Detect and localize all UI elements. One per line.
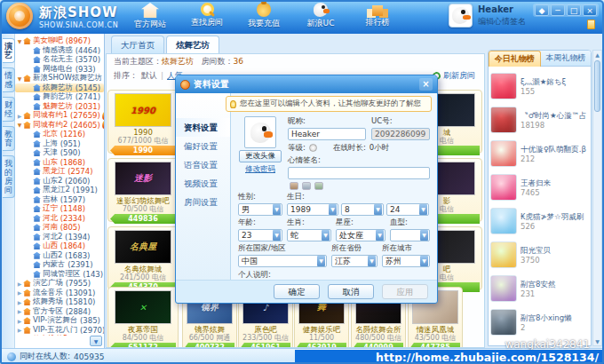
room-card[interactable]: 迷影迷影幻萌炫舞吧70/500 电信449836 (107, 158, 179, 222)
dialog-nav-item-5[interactable]: 房间设置 (176, 193, 230, 211)
scrollbar-thumb[interactable] (594, 60, 600, 112)
room-name: 原色吧 (241, 325, 290, 334)
province-select[interactable]: 江苏▼ (331, 255, 378, 267)
room-category-icon (33, 149, 41, 156)
tree-item[interactable]: 名花无主 (3570) (15, 55, 104, 65)
tree-item[interactable]: ▶炫舞秀场 (15810) (15, 297, 104, 307)
zodiac-select[interactable]: 蛇▼ (287, 229, 331, 241)
tree-item[interactable]: ▶官方专区 (2884) (15, 307, 104, 317)
tree-item[interactable]: 网络电台 (933) (15, 65, 104, 75)
note-icon[interactable] (587, 20, 595, 29)
birth-day-select[interactable]: 24▼ (386, 203, 429, 216)
change-avatar-button[interactable]: 更改头像 (239, 150, 282, 162)
birth-month-select[interactable]: 8▼ (341, 203, 384, 216)
ok-button[interactable]: 确定 (274, 284, 320, 299)
category-tab-2[interactable]: 情感 (3, 67, 15, 92)
tree-item[interactable]: 辽宁 (1148) (15, 204, 104, 214)
tab-dance-studio[interactable]: 炫舞艺坊 (166, 36, 219, 53)
room-count-label: 房间数： (202, 57, 234, 66)
age-select[interactable]: 23▼ (238, 229, 282, 241)
gift-info: 副宫8小xing懒2 (521, 313, 589, 332)
restore-button[interactable]: □ (567, 4, 581, 16)
tree-item[interactable]: 吉林 (1597) (15, 195, 104, 205)
tree-item[interactable]: 河南 (805) (15, 223, 104, 233)
tree-item[interactable]: 情感诱惑 (4464) (15, 46, 104, 56)
tree-item[interactable]: 山东 (1868) (15, 158, 104, 168)
room-card[interactable]: 名典屋名典炫舞城241/500 电信454370 (107, 226, 179, 290)
tree-item[interactable]: ▶同城有约1 (27659) (15, 111, 104, 121)
tree-item[interactable]: ▶流金音乐 (13091) (15, 289, 104, 298)
tree-item[interactable]: ▼新浪SHOW炫舞艺坊 (9917) (15, 74, 104, 83)
tab-lobby-home[interactable]: 大厅首页 (111, 36, 164, 53)
birth-year-select[interactable]: 1989▼ (287, 203, 338, 216)
tree-item[interactable]: 同城管理区 (143) (15, 270, 104, 280)
tree-item[interactable]: 山西 (1864) (15, 241, 104, 251)
dialog-nav-item-3[interactable]: 语音设置 (176, 155, 230, 174)
tree-item[interactable]: 内蒙古 (2391) (15, 260, 104, 270)
tree-item[interactable]: 炫舞艺坊 (5145) (15, 83, 104, 93)
tree-item[interactable]: ▶演艺广场 (7955) (15, 279, 104, 289)
nav-item-pay[interactable]: 我要充值 (240, 3, 288, 30)
skin-button[interactable]: ◆ (535, 4, 549, 16)
tree-item[interactable]: 河北2 (1394) (15, 233, 104, 242)
tab-today-gift-rank[interactable]: 今日礼物榜 (489, 51, 541, 67)
nav-item-find[interactable]: 查找房间 (183, 3, 231, 30)
nav-item-uc[interactable]: 新浪UC (297, 3, 345, 30)
cancel-button[interactable]: 取消 (328, 284, 374, 299)
minimize-button[interactable]: ─ (551, 4, 565, 16)
globe-icon (7, 352, 16, 361)
nav-item-rank[interactable]: 排行榜 (354, 3, 401, 30)
gift-info: 十优漩♀队萌翻页.β212 (521, 145, 589, 163)
user-avatar[interactable] (449, 4, 473, 28)
blood-type-select[interactable]: ▼ (390, 229, 430, 241)
dialog-nav-item-2[interactable]: 偏好设置 (176, 137, 230, 155)
sort-option-default[interactable]: 默认 (141, 68, 157, 83)
change-password-link[interactable]: 修改密码 (245, 164, 275, 175)
category-tab-5[interactable]: 我的房间 (3, 155, 15, 198)
sidebar-scroll-down-button[interactable]: ▼ (90, 336, 102, 346)
birth-month-value: 8 (345, 205, 350, 214)
scroll-down-icon[interactable]: ▼ (593, 337, 601, 345)
tree-item[interactable]: 天津 (590) (15, 148, 104, 158)
tree-item[interactable]: 黑龙江 (2574) (15, 167, 104, 177)
nickname-input[interactable] (288, 128, 366, 140)
tree-item[interactable]: ▼同城有约2 (24605) (15, 121, 104, 131)
tree-item-count: (2741) (73, 92, 100, 101)
category-tab-3[interactable]: 财经 (3, 97, 15, 122)
dialog-close-icon[interactable]: × (419, 78, 433, 91)
uc-number-label: UC号: (371, 116, 430, 127)
online-count-value: 405935 (74, 352, 104, 361)
refresh-rooms-button[interactable]: 刷新房间 (433, 68, 475, 83)
dialog-title-bar[interactable]: 资料设置 × (176, 75, 437, 93)
dialog-nav-item-4[interactable]: 视频设置 (176, 174, 230, 193)
gift-scrollbar[interactable]: ▲ ▼ (592, 50, 602, 346)
country-select[interactable]: 中国▼ (238, 255, 327, 267)
tree-item[interactable]: ▶VIP-演艺舞台 (385) (15, 316, 104, 326)
tree-item[interactable]: 山东2 (2060) (15, 177, 104, 186)
room-card[interactable]: ✕夜幕帝国84/500 电信651172 (107, 287, 179, 348)
tree-item[interactable]: ▼美女聊吧 (8967) (15, 36, 104, 46)
tree-item[interactable]: 河北 (2334) (15, 214, 104, 224)
gift-count: 2 (521, 323, 589, 332)
tree-item[interactable]: 山西2 (1683) (15, 251, 104, 261)
scroll-up-icon[interactable]: ▲ (593, 51, 601, 59)
gender-select[interactable]: 男▼ (238, 203, 282, 216)
tree-item[interactable]: 黑龙江2 (1991) (15, 186, 104, 195)
tree-item[interactable]: 上海 (951) (15, 139, 104, 149)
dialog-nav-item-1[interactable]: 资料设置 (176, 118, 230, 137)
category-tab-1[interactable]: 演艺 (3, 38, 15, 63)
tab-week-gift-rank[interactable]: 本周礼物榜 (541, 51, 592, 67)
city-select[interactable]: 苏州▼ (382, 255, 430, 267)
gift-list-item: 副宫8安然231 (490, 272, 589, 305)
edit-signature-link[interactable]: 编辑心情签名 (478, 16, 526, 28)
tree-item[interactable]: 魅舞艺坊 (2031) (15, 102, 104, 112)
tree-item[interactable]: ▶VIP-五花八门 (2970) (15, 326, 104, 336)
room-card[interactable]: 19901990677/1000 电信1990 (107, 90, 179, 154)
mood-signature-input[interactable] (288, 167, 430, 179)
category-tab-4[interactable]: 教育 (3, 126, 15, 151)
constellation-select[interactable]: 处女座▼ (336, 229, 385, 241)
tree-item[interactable]: 北京 (1216) (15, 130, 104, 139)
close-button[interactable]: × (583, 4, 597, 16)
nav-item-site[interactable]: 官方网站 (126, 3, 174, 30)
tree-item[interactable]: 舞韵艺坊 (2741) (15, 92, 104, 102)
